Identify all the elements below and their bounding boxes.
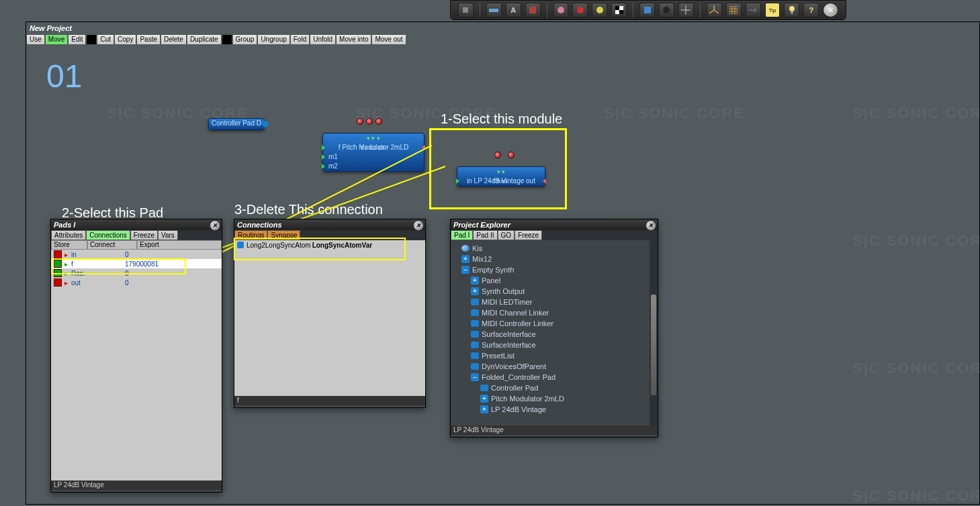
tab-routings[interactable]: Routings <box>234 230 267 240</box>
expand-icon[interactable]: + <box>480 395 488 403</box>
toolbar-button[interactable] <box>486 3 502 17</box>
copy-button[interactable]: Copy <box>114 34 136 45</box>
close-icon[interactable]: ✕ <box>645 220 656 231</box>
pad-row[interactable]: ▸ in 0 <box>51 250 222 259</box>
cut-button[interactable]: Cut <box>97 34 114 45</box>
toolbar-button[interactable] <box>746 3 761 17</box>
tab-synapse[interactable]: Synapse <box>267 230 300 240</box>
tree-item[interactable]: +LP 24dB Vintage <box>451 404 658 415</box>
pin-icon[interactable] <box>366 118 373 125</box>
duplicate-button[interactable]: Duplicate <box>187 34 222 45</box>
toolbar-button[interactable] <box>458 3 474 17</box>
tab-freeze[interactable]: Freeze <box>130 230 158 240</box>
toolbar-help-button[interactable]: ? <box>803 3 819 17</box>
pin-icon[interactable] <box>494 152 501 158</box>
toolbar-blue-square-button[interactable] <box>639 3 655 17</box>
use-button[interactable]: Use <box>26 34 45 45</box>
toolbar-checker-button[interactable] <box>611 3 627 17</box>
delete-button[interactable]: Delete <box>161 34 187 45</box>
tree-item[interactable]: DynVoicesOfParent <box>451 361 658 372</box>
pin-icon[interactable] <box>375 118 382 125</box>
tree-item[interactable]: +Panel <box>451 275 658 286</box>
tree-item[interactable]: Kis <box>451 243 658 254</box>
connection-row[interactable]: Long2LongSyncAtom LongSyncAtomVar <box>234 240 425 250</box>
connections-list[interactable]: Long2LongSyncAtom LongSyncAtomVar <box>234 240 425 396</box>
expand-icon[interactable]: + <box>480 405 488 413</box>
tree-item[interactable]: SurfaceInterface <box>451 340 658 350</box>
scrollbar-thumb[interactable] <box>650 294 657 396</box>
tree-item[interactable]: +Pitch Modulator 2mLD <box>451 393 658 404</box>
tree-item[interactable]: SurfaceInterface <box>451 329 658 340</box>
tab-attributes[interactable]: Attributes <box>51 230 86 240</box>
fold-button[interactable]: Fold <box>290 34 310 45</box>
pad-row[interactable]: ▸ out 0 <box>51 278 222 287</box>
toolbar-text-button[interactable]: A <box>506 3 521 17</box>
toolbar-axes-icon[interactable] <box>707 3 722 17</box>
toolbar-yellow-circle-button[interactable] <box>592 3 607 17</box>
tree-item[interactable]: –Empty Synth <box>451 264 658 275</box>
toolbar-red-circle-button[interactable] <box>572 3 588 17</box>
expand-icon[interactable]: + <box>471 287 479 295</box>
toolbar-button[interactable] <box>553 3 569 17</box>
collapse-icon[interactable]: – <box>461 266 470 274</box>
tab-connections[interactable]: Connections <box>86 230 130 240</box>
ungroup-button[interactable]: Ungroup <box>257 34 289 45</box>
tab-pad2[interactable]: Pad II <box>473 230 497 240</box>
tree-item[interactable]: Controller Pad <box>451 383 658 393</box>
port-out-icon[interactable] <box>543 179 546 184</box>
col-export[interactable]: Export <box>137 240 222 250</box>
toolbar-move-icon[interactable] <box>678 3 694 17</box>
expand-icon[interactable]: + <box>471 276 479 285</box>
toolbar-grid-icon[interactable] <box>726 3 742 17</box>
tab-go[interactable]: GO <box>498 230 515 240</box>
collapse-icon[interactable]: – <box>471 373 479 381</box>
pads-list[interactable]: ▸ in 0 ▸ f 179000081 ▸ Res. 0 ▸ out 0 <box>51 250 222 480</box>
canvas[interactable]: Use Move Edit Cut Copy Paste Delete Dupl… <box>26 34 979 504</box>
port-in-icon[interactable] <box>322 145 325 150</box>
col-connect[interactable]: Connect <box>87 240 137 250</box>
tab-pad1[interactable]: Pad I <box>451 230 473 240</box>
port-out-icon[interactable] <box>422 145 425 150</box>
explorer-title[interactable]: Project Explorer ✕ <box>451 219 658 230</box>
tree-item[interactable]: –Folded_Controller Pad <box>451 372 658 383</box>
close-icon[interactable]: ✕ <box>413 220 424 231</box>
port-in-icon[interactable] <box>322 164 325 169</box>
scrollbar[interactable] <box>650 240 658 425</box>
pin-icon[interactable] <box>357 118 363 125</box>
connections-title[interactable]: Connections ✕ <box>234 219 425 230</box>
pads-panel-title[interactable]: Pads I ✕ <box>51 219 222 230</box>
node-pitch-modulator[interactable]: ▾ ▾ ▾ L1 L2 CF f Pitch Modulator 2mLD m1… <box>322 133 425 172</box>
unfold-button[interactable]: Unfold <box>310 34 336 45</box>
tree-item[interactable]: MIDI Channel Linker <box>451 307 658 318</box>
tree-item[interactable]: MIDI Controller Linker <box>451 318 658 329</box>
toolbar-bulb-icon[interactable] <box>784 3 799 17</box>
port-in-icon[interactable] <box>322 154 325 160</box>
tree-item[interactable]: PresetList <box>451 350 658 361</box>
paste-button[interactable]: Paste <box>136 34 161 45</box>
tree-item[interactable]: MIDI LEDTimer <box>451 297 658 307</box>
explorer-tree[interactable]: Kis+Mix12–Empty Synth+Panel+Synth Output… <box>451 240 658 425</box>
col-store[interactable]: Store <box>51 240 87 250</box>
pad-row[interactable]: ▸ Res. 0 <box>51 268 222 278</box>
group-button[interactable]: Group <box>232 34 258 45</box>
pad-row-selected[interactable]: ▸ f 179000081 <box>51 259 222 268</box>
node-controller-pad[interactable]: Controller Pad D <box>208 118 265 130</box>
expand-icon[interactable]: + <box>461 255 470 263</box>
toolbar-tip-button[interactable]: Tip <box>765 3 781 17</box>
toolbar-button[interactable] <box>525 3 541 17</box>
toolbar-dark-circle-button[interactable] <box>659 3 674 17</box>
move-button[interactable]: Move <box>45 34 68 45</box>
tree-item[interactable]: +Synth Output <box>451 286 658 297</box>
close-icon[interactable]: ✕ <box>210 220 220 231</box>
move-out-button[interactable]: Move out <box>371 34 406 45</box>
port-in-icon[interactable] <box>456 179 459 184</box>
pin-icon[interactable] <box>508 152 515 158</box>
toolbar-close-button[interactable]: ✕ <box>823 3 838 17</box>
node-lp-24db[interactable]: ▾ ▾ f Res. in LP 24dB Vintage out <box>457 166 545 187</box>
move-into-button[interactable]: Move into <box>336 34 371 45</box>
tab-vars[interactable]: Vars <box>158 230 178 240</box>
tree-item[interactable]: +Mix12 <box>451 254 658 264</box>
edit-button[interactable]: Edit <box>68 34 86 45</box>
node-pins <box>493 152 516 165</box>
tab-freeze[interactable]: Freeze <box>515 230 542 240</box>
